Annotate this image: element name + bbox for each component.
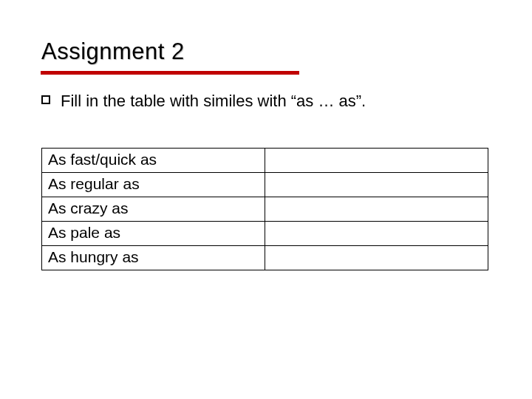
simile-answer-cell (265, 148, 488, 172)
simile-answer-cell (265, 172, 488, 197)
simile-answer-cell (265, 245, 488, 270)
simile-prompt-cell: As hungry as (42, 245, 265, 270)
title-block: Assignment 2 (41, 38, 491, 75)
similes-table: As fast/quick as As regular as As crazy … (41, 148, 488, 270)
simile-prompt-cell: As fast/quick as (42, 148, 265, 172)
table-row: As hungry as (42, 245, 488, 270)
similes-table-wrap: As fast/quick as As regular as As crazy … (41, 148, 491, 270)
table-row: As fast/quick as (42, 148, 488, 172)
simile-prompt-cell: As regular as (42, 172, 265, 197)
table-row: As crazy as (42, 197, 488, 221)
simile-prompt-cell: As pale as (42, 221, 265, 245)
simile-prompt-cell: As crazy as (42, 197, 265, 221)
simile-answer-cell (265, 221, 488, 245)
title-underline (41, 71, 299, 75)
bullet-text: Fill in the table with similes with “as … (61, 91, 366, 112)
table-row: As pale as (42, 221, 488, 245)
slide-content: Assignment 2 Fill in the table with simi… (0, 0, 532, 270)
simile-answer-cell (265, 197, 488, 221)
page-title: Assignment 2 (41, 38, 491, 69)
square-bullet-icon (41, 95, 50, 104)
table-row: As regular as (42, 172, 488, 197)
bullet-item: Fill in the table with similes with “as … (41, 91, 491, 112)
